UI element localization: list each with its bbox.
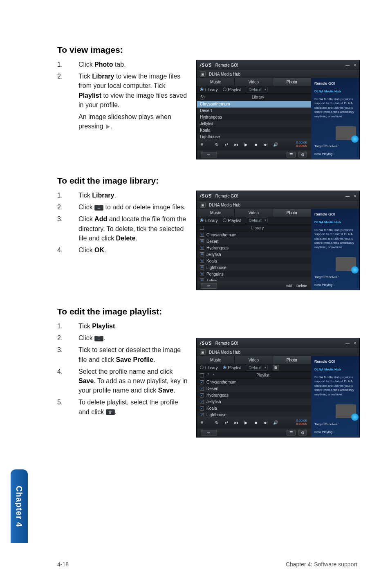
list-item[interactable]: ✓Chrysanthemum bbox=[197, 379, 311, 386]
tab-photo[interactable]: Photo bbox=[273, 356, 311, 364]
prev-icon[interactable]: ⏮ bbox=[233, 141, 239, 147]
radio-library[interactable]: Library bbox=[200, 218, 218, 223]
minimize-button[interactable]: — bbox=[345, 341, 350, 346]
step: 3. Tick to select or deselect the image … bbox=[57, 345, 188, 364]
section-title: To view images: bbox=[57, 45, 357, 55]
edit-list-icon: ☰ bbox=[94, 205, 103, 211]
step-number: 3. bbox=[57, 345, 68, 364]
section-title: To edit the image playlist: bbox=[57, 307, 357, 316]
next-icon[interactable]: ⏭ bbox=[263, 420, 269, 425]
list-item[interactable]: Jellyfish bbox=[197, 121, 311, 127]
selectall-checkbox[interactable] bbox=[200, 226, 204, 230]
next-icon[interactable]: ⏭ bbox=[263, 141, 269, 147]
radio-library[interactable]: Library bbox=[200, 88, 218, 92]
radio-playlist[interactable]: Playlist bbox=[223, 88, 241, 92]
tab-video[interactable]: Video bbox=[235, 78, 273, 86]
step: 2. Click ☰ to add or delete image files. bbox=[57, 202, 188, 212]
status-dot bbox=[201, 421, 203, 424]
radio-playlist[interactable]: Playlist bbox=[223, 366, 241, 370]
list-item[interactable]: ✕Tulips bbox=[197, 277, 311, 281]
window-title: Remote GO! bbox=[215, 341, 238, 346]
repeat-icon[interactable]: ↻ bbox=[214, 420, 220, 425]
delete-button[interactable]: Delete bbox=[296, 284, 307, 288]
shuffle-icon[interactable]: ⇄ bbox=[224, 141, 229, 147]
list-item[interactable]: ✕Chrysanthemum bbox=[197, 231, 311, 238]
tab-photo[interactable]: Photo bbox=[273, 78, 311, 86]
up-button[interactable]: ˄ bbox=[207, 373, 209, 377]
add-button[interactable]: Add bbox=[286, 284, 292, 288]
side-title: Remote GO! bbox=[314, 81, 356, 85]
edit-list-icon[interactable]: ☰ bbox=[287, 152, 296, 157]
filter-bar: Library Playlist Default bbox=[197, 86, 311, 94]
list-item[interactable]: ✕Desert bbox=[197, 238, 311, 245]
stop-icon[interactable]: ■ bbox=[253, 420, 259, 425]
profile-dropdown[interactable]: Default bbox=[246, 218, 268, 223]
repeat-icon[interactable]: ↻ bbox=[214, 141, 220, 147]
settings-icon[interactable]: ⚙ bbox=[298, 430, 307, 435]
list-item[interactable]: ✓Desert bbox=[197, 386, 311, 392]
volume-icon[interactable]: 🔊 bbox=[273, 141, 278, 147]
close-button[interactable]: × bbox=[354, 63, 356, 67]
selectall-checkbox[interactable] bbox=[200, 373, 204, 377]
step: 2. Tick Library to view the image files … bbox=[57, 72, 188, 110]
tab-photo[interactable]: Photo bbox=[273, 209, 311, 217]
remote-go-panel: /SUS Remote GO! — × ▣ DLNA Media Hub bbox=[196, 191, 360, 290]
radio-playlist[interactable]: Playlist bbox=[223, 218, 241, 223]
profile-dropdown[interactable]: Default bbox=[246, 365, 268, 370]
list-item[interactable]: Desert bbox=[197, 108, 311, 114]
step-number: 4. bbox=[57, 245, 68, 255]
play-icon[interactable]: ▶ bbox=[243, 420, 249, 425]
list-item[interactable]: ✓Jellyfish bbox=[197, 399, 311, 405]
refresh-icon[interactable] bbox=[200, 95, 205, 100]
list-item[interactable]: Chrysanthemum bbox=[197, 101, 311, 108]
nowplaying-label: Now Playing : bbox=[314, 283, 356, 287]
close-button[interactable]: × bbox=[354, 194, 356, 198]
shuffle-icon[interactable]: ⇄ bbox=[224, 420, 229, 425]
minimize-button[interactable]: — bbox=[345, 194, 350, 198]
target-label: Target Receiver : bbox=[314, 144, 356, 148]
prev-icon[interactable]: ⏮ bbox=[233, 420, 239, 425]
tab-music[interactable]: Music bbox=[197, 209, 235, 217]
back-button[interactable]: ↩ bbox=[201, 152, 217, 157]
media-list[interactable]: Chrysanthemum Desert Hydrangeas Jellyfis… bbox=[197, 101, 311, 139]
back-button[interactable]: ↩ bbox=[201, 430, 217, 435]
step-number: 2. bbox=[57, 72, 68, 110]
tab-video[interactable]: Video bbox=[235, 209, 273, 217]
side-subtitle: DLNA Media Hub bbox=[314, 90, 356, 93]
tab-video[interactable]: Video bbox=[235, 356, 273, 364]
play-icon[interactable]: ▶ bbox=[243, 141, 249, 147]
list-item[interactable]: ✓Koala bbox=[197, 405, 311, 412]
radio-library[interactable]: Library bbox=[200, 366, 218, 370]
list-item[interactable]: Hydrangeas bbox=[197, 114, 311, 121]
down-button[interactable]: ˅ bbox=[213, 373, 215, 377]
tab-music[interactable]: Music bbox=[197, 78, 235, 86]
list-item[interactable]: ✕Koala bbox=[197, 258, 311, 264]
list-item[interactable]: ✓Lighthouse bbox=[197, 412, 311, 417]
step-note: An image slideshow plays when pressing . bbox=[57, 112, 188, 131]
stop-icon[interactable]: ■ bbox=[253, 141, 259, 147]
list-item[interactable]: Lighthouse bbox=[197, 134, 311, 139]
edit-list-icon[interactable]: ☰ bbox=[287, 430, 296, 435]
list-item[interactable]: ✓Hydrangeas bbox=[197, 392, 311, 399]
settings-icon[interactable]: ⚙ bbox=[298, 152, 307, 157]
list-item[interactable]: Koala bbox=[197, 127, 311, 134]
list-item[interactable]: ✕Jellyfish bbox=[197, 251, 311, 258]
step-number: 4. bbox=[57, 367, 68, 395]
list-item[interactable]: ✕Penguins bbox=[197, 271, 311, 277]
back-button[interactable]: ↩ bbox=[201, 283, 217, 289]
trash-icon[interactable]: 🗑 bbox=[273, 365, 279, 370]
filter-bar: Library Playlist Default 🗑 bbox=[197, 364, 311, 372]
media-list[interactable]: ✕Chrysanthemum ✕Desert ✕Hydrangeas ✕Jell… bbox=[197, 231, 311, 281]
library-label: Library bbox=[251, 226, 264, 230]
list-item[interactable]: ✕Lighthouse bbox=[197, 264, 311, 271]
side-title: Remote GO! bbox=[314, 359, 356, 364]
close-button[interactable]: × bbox=[354, 341, 356, 346]
sub-header: ▣ DLNA Media Hub bbox=[197, 348, 359, 356]
tab-music[interactable]: Music bbox=[197, 356, 235, 364]
minimize-button[interactable]: — bbox=[345, 63, 350, 67]
media-list[interactable]: ✓Chrysanthemum ✓Desert ✓Hydrangeas ✓Jell… bbox=[197, 379, 311, 417]
profile-dropdown[interactable]: Default bbox=[246, 87, 268, 92]
chapter-side-tab: Chapter 4 bbox=[11, 469, 28, 543]
list-item[interactable]: ✕Hydrangeas bbox=[197, 245, 311, 251]
volume-icon[interactable]: 🔊 bbox=[273, 420, 278, 425]
